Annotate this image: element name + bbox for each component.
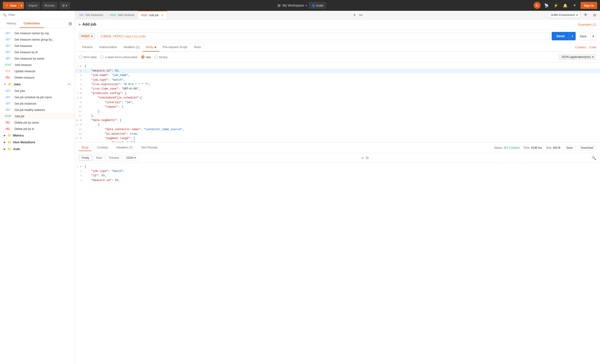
- raw-option[interactable]: raw: [141, 55, 151, 59]
- line-number: 17 ▼: [75, 136, 84, 141]
- tab-collections[interactable]: Collections: [20, 19, 44, 28]
- code-line: 15 "data.connector.name": "connector_nam…: [75, 127, 600, 132]
- add-collection-icon[interactable]: ⊞: [68, 21, 72, 26]
- code-line: 11 }: [75, 109, 600, 114]
- tab-get-measures[interactable]: GET Get measures: [76, 11, 107, 19]
- folder-jobs[interactable]: ▼ 📁 Jobs •••: [0, 81, 75, 88]
- item-label: Delete measure: [15, 76, 35, 79]
- workspace-button[interactable]: My Workspace ▾: [282, 3, 307, 7]
- folder-hive[interactable]: ▶ 📁 Hive MetaStore: [0, 139, 75, 146]
- list-item-add-job[interactable]: POST Add job: [0, 113, 75, 119]
- view-tab-preview[interactable]: Preview: [106, 155, 122, 161]
- list-item[interactable]: GET Get measure names group by...: [0, 36, 75, 43]
- resp-tab-cookies[interactable]: Cookies: [94, 144, 111, 151]
- env-view-icon[interactable]: 👁: [582, 11, 589, 19]
- binary-option[interactable]: binary: [155, 55, 168, 59]
- list-item[interactable]: GET Get job healthy statistics: [0, 107, 75, 113]
- resp-json-type[interactable]: JSON ▾: [124, 155, 138, 160]
- json-type-selector[interactable]: JSON (application/json) ▾: [559, 54, 596, 60]
- request-name: Add job: [82, 22, 96, 27]
- tab-more-button[interactable]: •••: [358, 12, 364, 18]
- collapse-icon[interactable]: ▶: [79, 23, 81, 26]
- env-settings-icon[interactable]: ⚙: [591, 11, 598, 19]
- tab-body[interactable]: Body: [143, 43, 159, 52]
- search-icon: 🔍: [3, 13, 7, 17]
- list-item[interactable]: DEL Delete job by name: [0, 119, 75, 126]
- save-arrow-button[interactable]: ▾: [591, 32, 596, 40]
- satellite-icon[interactable]: 📡: [543, 2, 550, 9]
- method-badge: POST: [4, 63, 12, 67]
- new-arrow[interactable]: ▾: [19, 2, 24, 9]
- view-tab-pretty[interactable]: Pretty: [79, 155, 92, 161]
- resp-tab-headers[interactable]: Headers (7): [114, 144, 136, 151]
- tab-bar: GET Get measures POST Add measure POST A…: [75, 11, 600, 19]
- list-item[interactable]: DEL Delete measure: [0, 74, 75, 81]
- tab-headers[interactable]: Headers (1): [120, 43, 143, 52]
- list-item[interactable]: GET Get measure names by org: [0, 30, 75, 36]
- layout-button[interactable]: ⊞ ▾: [59, 2, 70, 9]
- code-link[interactable]: Code: [589, 46, 596, 49]
- list-item[interactable]: POST Add measure: [0, 62, 75, 68]
- folder-metrics[interactable]: ▶ 📁 Metrics: [0, 132, 75, 139]
- heart-icon[interactable]: ♥: [571, 2, 578, 9]
- method-badge: GET: [4, 95, 12, 99]
- urlencoded-option[interactable]: x-www-form-urlencoded: [100, 55, 137, 59]
- folder-auth[interactable]: ▶ 📁 Auth: [0, 146, 75, 152]
- form-data-option[interactable]: form-data: [79, 55, 97, 59]
- response-download-button[interactable]: Download: [578, 145, 596, 150]
- runner-button[interactable]: Runner: [42, 2, 58, 9]
- list-item[interactable]: PUT Update measure: [0, 68, 75, 74]
- cookies-link[interactable]: Cookies: [575, 46, 586, 49]
- list-item[interactable]: DEL Delete job by id: [0, 126, 75, 132]
- tab-tests[interactable]: Tests: [190, 43, 204, 52]
- list-item[interactable]: GET Get measure by id: [0, 49, 75, 55]
- code-editor[interactable]: 1 ▼{2 "measure.id": 60,3 "job.name": "jo…: [75, 62, 600, 142]
- tab-authorization[interactable]: Authorization: [96, 43, 120, 52]
- view-tab-raw[interactable]: Raw: [93, 155, 105, 161]
- folder-icon: 📁: [8, 140, 11, 144]
- line-content: "measure.id": 60,: [84, 178, 600, 183]
- invite-button[interactable]: 👤 Invite: [309, 2, 326, 9]
- save-button[interactable]: Save: [576, 32, 591, 40]
- tab-post-add-measure[interactable]: POST Add measure: [107, 11, 138, 19]
- connect-icon[interactable]: ⚡: [552, 2, 559, 9]
- line-number: 16: [75, 132, 84, 136]
- bell-icon[interactable]: 🔔: [562, 2, 569, 9]
- signin-button[interactable]: Sign In: [581, 2, 597, 9]
- list-item[interactable]: GET Get measures: [0, 43, 75, 49]
- search-response-icon[interactable]: 🔍: [591, 156, 596, 160]
- sidebar-tabs: History Collections ⊞: [0, 19, 75, 28]
- tab-pre-request[interactable]: Pre-request Script: [159, 43, 191, 52]
- import-button[interactable]: Import: [26, 2, 40, 9]
- examples-link[interactable]: Examples (1): [578, 23, 596, 26]
- tab-post-add-job[interactable]: POST Add job ✕: [138, 11, 168, 19]
- list-item[interactable]: GET Get job instances: [0, 100, 75, 107]
- send-arrow-button[interactable]: ▾: [569, 32, 576, 40]
- env-selector[interactable]: Griffin Environment ▾: [548, 12, 580, 18]
- url-input[interactable]: [97, 32, 550, 40]
- method-select[interactable]: POST ▾: [79, 33, 95, 40]
- invite-label: Invite: [316, 4, 323, 7]
- tab-close-icon[interactable]: ✕: [161, 14, 164, 17]
- folder-more-icon[interactable]: •••: [67, 82, 71, 86]
- refresh-icon[interactable]: ↻: [534, 2, 541, 9]
- copy-icon[interactable]: ⧉: [366, 156, 368, 160]
- add-tab-button[interactable]: +: [352, 12, 357, 18]
- list-item[interactable]: GET Get measures by owner: [0, 55, 75, 62]
- new-button[interactable]: + New ▾: [3, 2, 24, 9]
- list-item[interactable]: GET Get job schedule by job name: [0, 94, 75, 100]
- line-content: {: [84, 64, 600, 69]
- line-number: 12: [75, 114, 84, 118]
- filter-input[interactable]: [9, 13, 72, 17]
- line-content: }: [84, 109, 600, 114]
- tab-label: Add measure: [118, 13, 134, 17]
- tab-history[interactable]: History: [3, 19, 20, 28]
- send-button[interactable]: Send: [552, 32, 569, 40]
- resp-tab-body[interactable]: Body: [79, 144, 92, 151]
- response-save-button[interactable]: Save: [563, 145, 576, 150]
- resp-tab-test-results[interactable]: Test Results: [138, 144, 160, 151]
- word-wrap-icon[interactable]: ⇌: [361, 156, 364, 160]
- list-item[interactable]: GET Get jobs: [0, 88, 75, 94]
- method-badge: PUT: [4, 69, 12, 73]
- tab-params[interactable]: Params: [79, 43, 96, 52]
